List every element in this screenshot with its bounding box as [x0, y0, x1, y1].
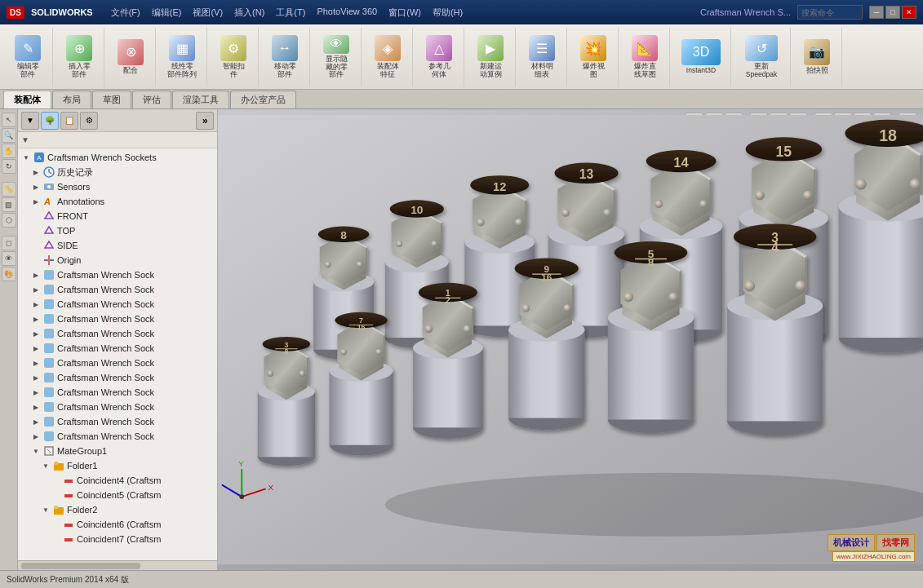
3d-viewport[interactable]: 🔍 ⊡ ✋ ⬡ ▣ ◎ 🌈 💡 ◑ ◐ ▼	[218, 109, 923, 570]
menu-edit[interactable]: 编辑(E)	[147, 5, 187, 20]
annotations-expand[interactable]: ▶	[31, 197, 41, 206]
origin-expand[interactable]	[31, 255, 41, 265]
tree-coincident5[interactable]: Coincident5 (Craftsm	[18, 488, 217, 502]
tree-horizontal-scrollbar[interactable]	[18, 560, 217, 570]
tree-coincident7[interactable]: Coincident7 (Craftsm	[18, 532, 217, 546]
c3-expand[interactable]: ▶	[31, 299, 41, 309]
rotate-tool-button[interactable]: ↻	[2, 159, 16, 174]
front-expand[interactable]	[31, 211, 41, 221]
feature-tree-tab[interactable]: 🌳	[41, 112, 59, 130]
search-input[interactable]	[797, 5, 863, 20]
menu-photoview[interactable]: PhotoView 360	[312, 5, 382, 20]
update-speedpak-button[interactable]: ↺ 更新Speedpak	[738, 33, 785, 81]
c1-expand[interactable]: ▶	[31, 270, 41, 280]
pan-tool-button[interactable]: ✋	[2, 144, 16, 158]
c12-expand[interactable]: ▶	[31, 431, 41, 441]
edit-component-button[interactable]: ✎ 编辑零部件	[8, 33, 47, 81]
maximize-button[interactable]: □	[885, 6, 900, 19]
c9-expand[interactable]: ▶	[31, 387, 41, 397]
show-hidden-button[interactable]: 👁 显示隐藏的零部件	[317, 33, 356, 81]
c6-expand[interactable]: ▶	[31, 343, 41, 353]
close-button[interactable]: ✕	[902, 6, 916, 19]
tree-component-6[interactable]: ▶ Craftsman Wrench Sock	[18, 341, 217, 356]
tab-office[interactable]: 办公室产品	[230, 91, 296, 108]
tab-layout[interactable]: 布局	[52, 91, 91, 108]
mate-button[interactable]: ⊗ 配合	[111, 33, 150, 81]
f1-expand[interactable]: ▼	[41, 461, 51, 471]
coin7-expand[interactable]	[51, 534, 60, 544]
tree-folder1[interactable]: ▼ Folder1	[18, 458, 217, 473]
snapshot-button[interactable]: 📷 拍快照	[797, 33, 836, 81]
linear-pattern-button[interactable]: ▦ 线性零部件阵列	[162, 33, 202, 81]
section-view-button[interactable]: ▧	[2, 197, 16, 212]
filter-button[interactable]: ▼	[21, 112, 39, 130]
tree-component-2[interactable]: ▶ Craftsman Wrench Sock	[18, 282, 217, 297]
hide-show-button[interactable]: 👁	[2, 251, 16, 266]
tree-annotations[interactable]: ▶ A Annotations	[18, 194, 217, 209]
c5-expand[interactable]: ▶	[31, 329, 41, 338]
history-expand[interactable]: ▶	[31, 167, 41, 177]
bom-button[interactable]: ☰ 材料明细表	[522, 33, 561, 81]
tree-component-11[interactable]: ▶ Craftsman Wrench Sock	[18, 414, 217, 429]
tree-component-5[interactable]: ▶ Craftsman Wrench Sock	[18, 326, 217, 341]
c7-expand[interactable]: ▶	[31, 358, 41, 368]
explode-view-button[interactable]: 💥 爆炸视图	[574, 33, 613, 81]
tab-assembly[interactable]: 装配体	[3, 91, 51, 108]
menu-help[interactable]: 帮助(H)	[428, 5, 468, 20]
sensors-expand[interactable]: ▶	[31, 182, 41, 192]
tree-component-12[interactable]: ▶ Craftsman Wrench Sock	[18, 429, 217, 444]
tree-component-3[interactable]: ▶ Craftsman Wrench Sock	[18, 297, 217, 312]
tree-sensors[interactable]: ▶ Sensors	[18, 179, 217, 194]
feature-tree[interactable]: ▼ A Craftsman Wrench Sockets ▶ 历史记录 ▶	[18, 148, 217, 560]
c4-expand[interactable]: ▶	[31, 314, 41, 324]
tree-component-9[interactable]: ▶ Craftsman Wrench Sock	[18, 385, 217, 400]
tree-coincident4[interactable]: Coincident4 (Craftsm	[18, 473, 217, 488]
tab-evaluate[interactable]: 评估	[132, 91, 171, 108]
c8-expand[interactable]: ▶	[31, 373, 41, 382]
tree-component-1[interactable]: ▶ Craftsman Wrench Sock	[18, 267, 217, 282]
mg1-expand[interactable]: ▼	[31, 446, 41, 456]
assembly-feature-button[interactable]: ◈ 装配体特征	[368, 33, 407, 81]
tree-origin[interactable]: Origin	[18, 253, 217, 267]
view-orient-button[interactable]: ⬡	[2, 213, 16, 228]
tree-folder2[interactable]: ▼ Folder2	[18, 502, 217, 517]
side-expand[interactable]	[31, 241, 41, 250]
coin4-expand[interactable]	[51, 475, 60, 485]
tree-root[interactable]: ▼ A Craftsman Wrench Sockets	[18, 150, 217, 165]
tree-component-8[interactable]: ▶ Craftsman Wrench Sock	[18, 370, 217, 385]
insert-component-button[interactable]: ⊕ 插入零部件	[60, 33, 99, 81]
menu-tools[interactable]: 工具(T)	[271, 5, 310, 20]
menu-file[interactable]: 文件(F)	[106, 5, 145, 20]
display-style-button[interactable]: ◻	[2, 236, 16, 250]
ref-geometry-button[interactable]: △ 参考几何体	[419, 33, 459, 81]
menu-view[interactable]: 视图(V)	[188, 5, 228, 20]
move-component-button[interactable]: ↔ 移动零部件	[265, 33, 304, 81]
edit-appearance-button[interactable]: 🎨	[2, 267, 16, 281]
top-expand[interactable]	[31, 226, 41, 236]
tree-side[interactable]: SIDE	[18, 238, 217, 253]
tree-coincident6[interactable]: Coincident6 (Craftsm	[18, 517, 217, 532]
measure-tool-button[interactable]: 📏	[2, 182, 16, 197]
c2-expand[interactable]: ▶	[31, 285, 41, 294]
tree-history[interactable]: ▶ 历史记录	[18, 165, 217, 179]
instant3d-button[interactable]: 3D Instant3D	[677, 33, 726, 81]
coin5-expand[interactable]	[51, 490, 60, 500]
tree-mategroup1[interactable]: ▼ MateGroup1	[18, 444, 217, 458]
config-tab[interactable]: ⚙	[80, 112, 98, 130]
menu-window[interactable]: 窗口(W)	[384, 5, 426, 20]
tree-component-10[interactable]: ▶ Craftsman Wrench Sock	[18, 400, 217, 414]
tab-render[interactable]: 渲染工具	[172, 91, 229, 108]
f2-expand[interactable]: ▼	[41, 505, 51, 515]
root-expand-icon[interactable]: ▼	[21, 153, 31, 162]
smart-fastener-button[interactable]: ⚙ 智能扣件	[214, 33, 253, 81]
explode-line-button[interactable]: 📐 爆炸直线草图	[625, 33, 664, 81]
expand-sidebar-button[interactable]: »	[196, 112, 214, 130]
minimize-button[interactable]: ─	[869, 6, 884, 19]
new-motion-button[interactable]: ▶ 新建运动算例	[471, 33, 510, 81]
tab-sketch[interactable]: 草图	[92, 91, 131, 108]
tree-component-7[interactable]: ▶ Craftsman Wrench Sock	[18, 356, 217, 370]
c10-expand[interactable]: ▶	[31, 402, 41, 412]
zoom-tool-button[interactable]: 🔍	[2, 128, 16, 143]
tree-top[interactable]: TOP	[18, 223, 217, 238]
tree-component-4[interactable]: ▶ Craftsman Wrench Sock	[18, 312, 217, 326]
